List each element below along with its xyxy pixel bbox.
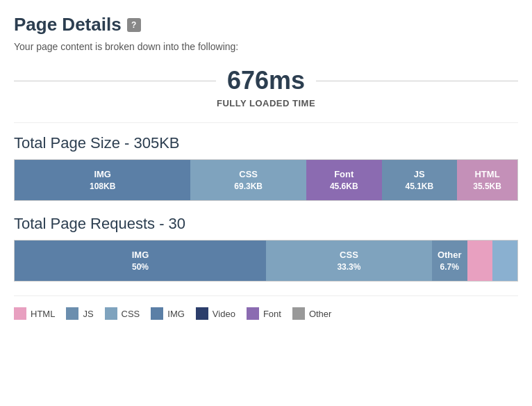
- legend-item-css: CSS: [105, 307, 140, 320]
- legend-item-html: HTML: [14, 307, 55, 320]
- legend-item-font: Font: [247, 307, 281, 320]
- legend-item-other: Other: [292, 307, 332, 320]
- loaded-time-section: 676ms Fully Loaded Time: [14, 66, 518, 108]
- divider-2: [14, 295, 518, 296]
- legend-color-font: [247, 307, 259, 320]
- req-seg-other-text: Other6.7%: [432, 241, 467, 281]
- size-seg-font: Font45.6KB: [306, 160, 382, 200]
- size-bar: IMG108KBCSS69.3KBFont45.6KBJS45.1KBHTML3…: [14, 159, 518, 201]
- legend-label-font: Font: [263, 309, 281, 319]
- legend-label-video: Video: [213, 309, 235, 319]
- size-seg-html: HTML35.5KB: [457, 160, 517, 200]
- req-seg-img: IMG50%: [15, 241, 266, 281]
- size-seg-js: JS45.1KB: [382, 160, 458, 200]
- legend-item-js: JS: [66, 307, 93, 320]
- legend-label-css: CSS: [122, 309, 140, 319]
- help-icon[interactable]: ?: [127, 18, 141, 32]
- line-left: [14, 81, 216, 81]
- legend-color-video: [196, 307, 208, 320]
- legend-color-img: [151, 307, 163, 320]
- requests-bar: IMG50%CSS33.3%Other6.7%: [14, 240, 518, 282]
- legend-item-img: IMG: [151, 307, 185, 320]
- subtitle: Your page content is broken down into th…: [14, 41, 518, 52]
- legend: HTML JS CSS IMG Video Font Other: [14, 307, 518, 320]
- legend-label-img: IMG: [167, 309, 185, 319]
- size-seg-css: CSS69.3KB: [190, 160, 306, 200]
- loaded-time-label: Fully Loaded Time: [14, 98, 518, 108]
- legend-color-js: [66, 307, 78, 320]
- size-section-title: Total Page Size - 305KB: [14, 134, 518, 152]
- legend-label-other: Other: [309, 309, 332, 319]
- req-seg-other-blue: [492, 241, 517, 281]
- line-right: [316, 81, 518, 81]
- divider-1: [14, 122, 518, 123]
- page-title: Page Details ?: [14, 14, 518, 35]
- req-seg-other-pink: [467, 241, 492, 281]
- req-seg-css: CSS33.3%: [266, 241, 432, 281]
- legend-color-css: [105, 307, 117, 320]
- loaded-time-value: 676ms: [216, 66, 316, 95]
- legend-color-other: [292, 307, 305, 320]
- legend-label-html: HTML: [31, 309, 55, 319]
- legend-color-html: [14, 307, 26, 320]
- legend-label-js: JS: [83, 309, 93, 319]
- requests-section-title: Total Page Requests - 30: [14, 215, 518, 233]
- size-seg-img: IMG108KB: [15, 160, 190, 200]
- legend-item-video: Video: [196, 307, 235, 320]
- page-title-text: Page Details: [14, 14, 122, 35]
